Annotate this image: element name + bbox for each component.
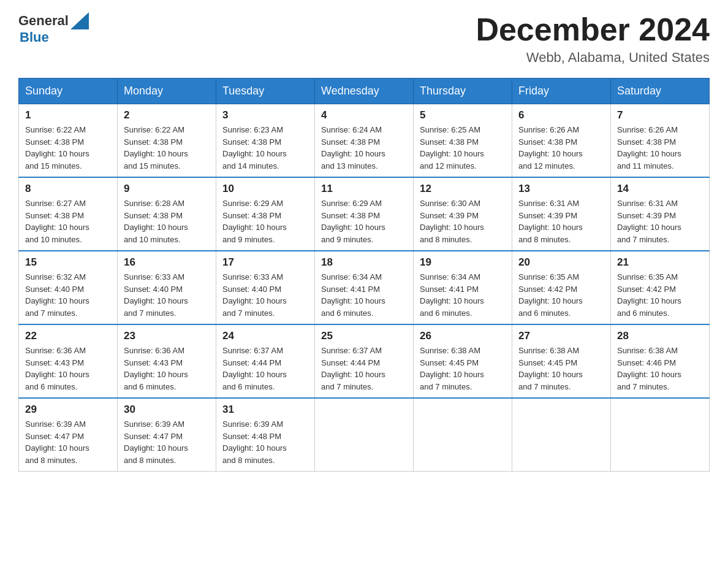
day-number: 17 <box>222 256 308 269</box>
day-number: 28 <box>617 330 703 342</box>
logo: General Blue <box>18 12 89 45</box>
day-number: 23 <box>124 330 210 342</box>
day-number: 15 <box>25 256 111 269</box>
calendar-cell: 13Sunrise: 6:31 AMSunset: 4:39 PMDayligh… <box>512 177 611 251</box>
day-info: Sunrise: 6:39 AMSunset: 4:48 PMDaylight:… <box>222 418 308 466</box>
day-number: 3 <box>222 109 308 121</box>
calendar-header-row: SundayMondayTuesdayWednesdayThursdayFrid… <box>19 79 710 104</box>
day-info: Sunrise: 6:28 AMSunset: 4:38 PMDaylight:… <box>124 197 210 245</box>
calendar-cell: 3Sunrise: 6:23 AMSunset: 4:38 PMDaylight… <box>216 104 315 178</box>
calendar-cell: 7Sunrise: 6:26 AMSunset: 4:38 PMDaylight… <box>611 104 710 178</box>
day-info: Sunrise: 6:25 AMSunset: 4:38 PMDaylight:… <box>420 124 506 172</box>
day-header-friday: Friday <box>512 79 611 104</box>
calendar-cell: 25Sunrise: 6:37 AMSunset: 4:44 PMDayligh… <box>315 324 414 398</box>
day-info: Sunrise: 6:39 AMSunset: 4:47 PMDaylight:… <box>25 418 111 466</box>
calendar-cell <box>611 398 710 472</box>
day-info: Sunrise: 6:37 AMSunset: 4:44 PMDaylight:… <box>222 345 308 393</box>
day-header-saturday: Saturday <box>611 79 710 104</box>
day-header-thursday: Thursday <box>414 79 512 104</box>
day-info: Sunrise: 6:35 AMSunset: 4:42 PMDaylight:… <box>617 271 703 319</box>
day-info: Sunrise: 6:36 AMSunset: 4:43 PMDaylight:… <box>25 345 111 393</box>
calendar-cell: 17Sunrise: 6:33 AMSunset: 4:40 PMDayligh… <box>216 251 315 324</box>
calendar-cell: 4Sunrise: 6:24 AMSunset: 4:38 PMDaylight… <box>315 104 414 178</box>
day-info: Sunrise: 6:27 AMSunset: 4:38 PMDaylight:… <box>25 197 111 245</box>
calendar-cell: 18Sunrise: 6:34 AMSunset: 4:41 PMDayligh… <box>315 251 414 324</box>
day-info: Sunrise: 6:38 AMSunset: 4:45 PMDaylight:… <box>420 345 506 393</box>
day-info: Sunrise: 6:34 AMSunset: 4:41 PMDaylight:… <box>321 271 407 319</box>
svg-marker-0 <box>70 12 89 29</box>
day-info: Sunrise: 6:34 AMSunset: 4:41 PMDaylight:… <box>420 271 506 319</box>
day-number: 29 <box>25 404 111 416</box>
day-info: Sunrise: 6:33 AMSunset: 4:40 PMDaylight:… <box>222 271 308 319</box>
calendar-cell: 30Sunrise: 6:39 AMSunset: 4:47 PMDayligh… <box>118 398 216 472</box>
day-number: 18 <box>321 256 407 269</box>
day-info: Sunrise: 6:35 AMSunset: 4:42 PMDaylight:… <box>518 271 604 319</box>
day-number: 30 <box>124 404 210 416</box>
day-number: 16 <box>124 256 210 269</box>
day-info: Sunrise: 6:36 AMSunset: 4:43 PMDaylight:… <box>124 345 210 393</box>
calendar-week-row-5: 29Sunrise: 6:39 AMSunset: 4:47 PMDayligh… <box>19 398 710 472</box>
calendar-cell: 12Sunrise: 6:30 AMSunset: 4:39 PMDayligh… <box>414 177 512 251</box>
day-number: 1 <box>25 109 111 121</box>
calendar-week-row-3: 15Sunrise: 6:32 AMSunset: 4:40 PMDayligh… <box>19 251 710 324</box>
calendar-cell: 10Sunrise: 6:29 AMSunset: 4:38 PMDayligh… <box>216 177 315 251</box>
calendar-cell: 26Sunrise: 6:38 AMSunset: 4:45 PMDayligh… <box>414 324 512 398</box>
calendar-cell <box>414 398 512 472</box>
location-subtitle: Webb, Alabama, United States <box>476 50 710 66</box>
day-info: Sunrise: 6:31 AMSunset: 4:39 PMDaylight:… <box>617 197 703 245</box>
day-number: 26 <box>420 330 506 342</box>
day-info: Sunrise: 6:33 AMSunset: 4:40 PMDaylight:… <box>124 271 210 319</box>
day-number: 31 <box>222 404 308 416</box>
day-number: 22 <box>25 330 111 342</box>
day-info: Sunrise: 6:26 AMSunset: 4:38 PMDaylight:… <box>617 124 703 172</box>
day-header-wednesday: Wednesday <box>315 79 414 104</box>
calendar-week-row-4: 22Sunrise: 6:36 AMSunset: 4:43 PMDayligh… <box>19 324 710 398</box>
day-info: Sunrise: 6:26 AMSunset: 4:38 PMDaylight:… <box>518 124 604 172</box>
logo-general-text: General <box>18 13 69 29</box>
day-number: 4 <box>321 109 407 121</box>
calendar-cell: 15Sunrise: 6:32 AMSunset: 4:40 PMDayligh… <box>19 251 118 324</box>
title-section: December 2024 Webb, Alabama, United Stat… <box>476 12 710 66</box>
day-info: Sunrise: 6:23 AMSunset: 4:38 PMDaylight:… <box>222 124 308 172</box>
day-info: Sunrise: 6:30 AMSunset: 4:39 PMDaylight:… <box>420 197 506 245</box>
day-number: 9 <box>124 183 210 195</box>
day-number: 14 <box>617 183 703 195</box>
day-number: 6 <box>518 109 604 121</box>
day-info: Sunrise: 6:38 AMSunset: 4:46 PMDaylight:… <box>617 345 703 393</box>
logo-blue-text: Blue <box>20 29 49 45</box>
day-info: Sunrise: 6:22 AMSunset: 4:38 PMDaylight:… <box>124 124 210 172</box>
day-number: 8 <box>25 183 111 195</box>
calendar-cell: 27Sunrise: 6:38 AMSunset: 4:45 PMDayligh… <box>512 324 611 398</box>
day-number: 25 <box>321 330 407 342</box>
day-header-tuesday: Tuesday <box>216 79 315 104</box>
calendar-cell <box>315 398 414 472</box>
calendar-cell: 19Sunrise: 6:34 AMSunset: 4:41 PMDayligh… <box>414 251 512 324</box>
day-info: Sunrise: 6:22 AMSunset: 4:38 PMDaylight:… <box>25 124 111 172</box>
calendar-cell: 23Sunrise: 6:36 AMSunset: 4:43 PMDayligh… <box>118 324 216 398</box>
calendar-cell: 31Sunrise: 6:39 AMSunset: 4:48 PMDayligh… <box>216 398 315 472</box>
month-title: December 2024 <box>476 12 710 47</box>
day-number: 11 <box>321 183 407 195</box>
day-info: Sunrise: 6:37 AMSunset: 4:44 PMDaylight:… <box>321 345 407 393</box>
calendar-table: SundayMondayTuesdayWednesdayThursdayFrid… <box>18 78 710 472</box>
day-number: 10 <box>222 183 308 195</box>
page-header: General Blue December 2024 Webb, Alabama… <box>18 12 710 66</box>
day-info: Sunrise: 6:39 AMSunset: 4:47 PMDaylight:… <box>124 418 210 466</box>
calendar-cell <box>512 398 611 472</box>
calendar-cell: 24Sunrise: 6:37 AMSunset: 4:44 PMDayligh… <box>216 324 315 398</box>
day-number: 19 <box>420 256 506 269</box>
day-info: Sunrise: 6:24 AMSunset: 4:38 PMDaylight:… <box>321 124 407 172</box>
day-info: Sunrise: 6:29 AMSunset: 4:38 PMDaylight:… <box>222 197 308 245</box>
calendar-cell: 11Sunrise: 6:29 AMSunset: 4:38 PMDayligh… <box>315 177 414 251</box>
day-info: Sunrise: 6:38 AMSunset: 4:45 PMDaylight:… <box>518 345 604 393</box>
day-number: 13 <box>518 183 604 195</box>
day-number: 21 <box>617 256 703 269</box>
day-number: 12 <box>420 183 506 195</box>
day-number: 20 <box>518 256 604 269</box>
calendar-cell: 16Sunrise: 6:33 AMSunset: 4:40 PMDayligh… <box>118 251 216 324</box>
calendar-cell: 2Sunrise: 6:22 AMSunset: 4:38 PMDaylight… <box>118 104 216 178</box>
calendar-cell: 28Sunrise: 6:38 AMSunset: 4:46 PMDayligh… <box>611 324 710 398</box>
day-info: Sunrise: 6:29 AMSunset: 4:38 PMDaylight:… <box>321 197 407 245</box>
calendar-cell: 22Sunrise: 6:36 AMSunset: 4:43 PMDayligh… <box>19 324 118 398</box>
day-number: 24 <box>222 330 308 342</box>
